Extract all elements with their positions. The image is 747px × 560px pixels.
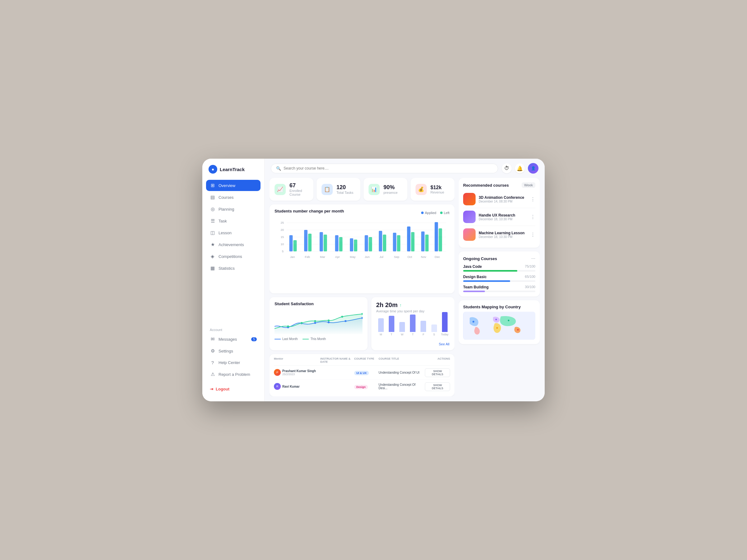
java-name: Java Code [463, 264, 482, 269]
team-progress-fill [463, 291, 485, 292]
sidebar-item-report[interactable]: ⚠ Report a Problem [206, 369, 260, 380]
search-bar[interactable]: 🔍 [271, 164, 498, 173]
presence-icon: 📊 [368, 184, 380, 195]
ongoing-card: Ongoing Courses ··· Java Code 75/100 [459, 251, 540, 296]
course-badge-1: UI & UX [354, 370, 376, 375]
svg-rect-15 [304, 230, 308, 251]
svg-rect-47 [421, 232, 424, 251]
notification-icon[interactable]: 🔔 [515, 163, 525, 173]
week-button[interactable]: Week [522, 182, 535, 188]
course-date-3: December 18, 10:30 PM [479, 235, 527, 239]
actions-2: SHOW DETAILS [425, 382, 450, 391]
more-icon-1[interactable]: ⋮ [531, 196, 535, 202]
sidebar-item-planning[interactable]: ◎ Planning [206, 204, 260, 215]
bar-wed: W [397, 322, 407, 336]
svg-point-80 [508, 320, 510, 321]
svg-text:10: 10 [280, 243, 284, 246]
statistics-icon: ▦ [210, 265, 215, 271]
tasks-icon: 📋 [321, 184, 333, 195]
mentor-avatar-2: R [274, 383, 281, 390]
svg-rect-51 [435, 222, 438, 251]
revenue-stat-card: 💰 $12k Revenue [411, 178, 455, 201]
java-progress-fill [463, 270, 517, 272]
svg-text:Feb: Feb [305, 256, 310, 259]
sidebar-item-statistics[interactable]: ▦ Statistics [206, 263, 260, 274]
bar-sat: S [430, 324, 439, 336]
sidebar-item-courses[interactable]: ▤ Courses [206, 192, 260, 203]
presence-label: presence [383, 191, 403, 194]
svg-text:Apr: Apr [335, 256, 340, 259]
col-title-header: COURSE TITLE [379, 357, 422, 364]
sidebar-item-task[interactable]: ☰ Task [206, 215, 260, 226]
sidebar-item-achievements[interactable]: ★ Achievements [206, 239, 260, 250]
svg-rect-11 [289, 235, 293, 251]
home-icon: ⊞ [210, 183, 215, 188]
svg-point-79 [495, 319, 497, 320]
java-progress-bar [463, 270, 535, 272]
avatar[interactable]: 👤 [528, 163, 538, 174]
see-all-link[interactable]: See All [376, 342, 449, 346]
table-row: P Prashant Kumar Singh 25/2/2023 UI & UX [274, 366, 450, 379]
sidebar-item-overview[interactable]: ⊞ Overview [206, 180, 260, 191]
svg-rect-43 [407, 226, 411, 251]
last-month-legend: Last Month [275, 337, 298, 341]
logout-button[interactable]: ⇥ Logout [210, 387, 257, 391]
nav-label-achievements: Achievements [218, 242, 244, 247]
sidebar-item-messages[interactable]: ✉ Messages 5 [206, 334, 260, 345]
mentor-fullname-1: Prashant Kumar Singh [282, 369, 316, 373]
sidebar-item-help[interactable]: ? Help Center [206, 357, 260, 368]
timer-icon[interactable]: ⏱ [502, 163, 512, 173]
bar-chart-title: Students number change per month [275, 209, 344, 213]
tasks-value: 120 [336, 184, 356, 191]
mentor-avatar-1: P [274, 369, 281, 376]
logo: ● LearnTrack [202, 165, 264, 180]
revenue-value: $12k [431, 185, 449, 190]
more-icon-2[interactable]: ⋮ [531, 214, 535, 220]
ongoing-java: Java Code 75/100 [463, 264, 535, 272]
satisfaction-card: Student Satisfaction [269, 297, 367, 350]
report-icon: ⚠ [210, 371, 215, 377]
mentor-name-2: R Ravi Kumar [274, 383, 318, 390]
right-panel: Recommended courses Week 3D Animation Co… [459, 178, 540, 396]
sidebar-item-settings[interactable]: ⚙ Settings [206, 345, 260, 356]
nav-label-statistics: Statistics [218, 266, 235, 271]
search-input[interactable] [284, 166, 493, 170]
ongoing-team: Team Building 30/100 [463, 285, 535, 292]
courses-icon: ▤ [210, 194, 215, 200]
ongoing-more-icon[interactable]: ··· [531, 256, 535, 261]
task-icon: ☰ [210, 218, 215, 224]
svg-text:25: 25 [280, 221, 284, 224]
svg-rect-19 [320, 232, 323, 251]
nav-label-overview: Overview [218, 183, 235, 188]
messages-icon: ✉ [210, 336, 215, 342]
svg-text:Jul: Jul [380, 256, 383, 259]
bar-chart: 25 20 15 10 5 [275, 219, 449, 269]
svg-rect-41 [397, 235, 400, 251]
more-icon-3[interactable]: ⋮ [531, 232, 535, 238]
svg-rect-27 [350, 238, 353, 251]
course-info-1: 3D Animation Conference December 14, 08:… [479, 195, 527, 203]
ongoing-title: Ongoing Courses [463, 256, 497, 261]
show-details-btn-2[interactable]: SHOW DETAILS [425, 382, 450, 391]
course-date-2: December 18, 10:30 PM [479, 217, 527, 221]
course-info-3: Machine Learning Lesson December 18, 10:… [479, 231, 527, 239]
svg-point-73 [314, 320, 316, 322]
sidebar-item-lesson[interactable]: ◫ Lesson [206, 227, 260, 238]
map-title: Students Mapping by Country [463, 304, 535, 309]
svg-rect-31 [365, 235, 368, 251]
table-header: Mentor INSTRUCTOR NAME & DATE COURSE TYP… [274, 357, 450, 366]
course-name-1: 3D Animation Conference [479, 195, 527, 200]
time-trend-icon: ↑ [399, 303, 402, 308]
svg-rect-29 [354, 240, 357, 251]
logout-section: ⇥ Logout [202, 383, 264, 395]
svg-rect-25 [339, 237, 343, 251]
messages-badge: 5 [251, 337, 257, 341]
topbar-icons: ⏱ 🔔 👤 [502, 163, 538, 174]
show-details-btn-1[interactable]: SHOW DETAILS [425, 368, 450, 377]
time-card: 2h 20m ↑ Average time you spent per day … [371, 297, 455, 350]
bar-today: Today [440, 312, 449, 336]
sidebar-item-competitions[interactable]: ◈ Competitions [206, 251, 260, 262]
svg-text:Mar: Mar [320, 256, 325, 259]
map-svg [463, 312, 535, 340]
center-panel: 📈 67 Enrolled Course 📋 120 Total Tasks [269, 178, 455, 396]
